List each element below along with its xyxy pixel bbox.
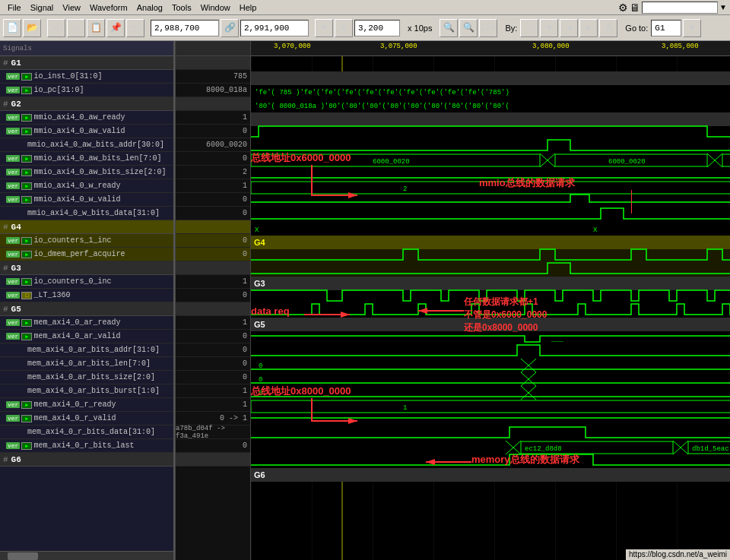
abc-button[interactable]: A [599,19,617,37]
svg-text:db1d_5eac: db1d_5eac [692,445,729,453]
status-url: https://blog.csdn.net/a_weimi [629,550,727,558]
signal-mem-r-bits-data[interactable]: mem_axi4_0_r_bits_data[31:0] [0,426,173,439]
undo-button[interactable]: ↩ [47,19,65,37]
value-mmio-aw-len: 0 [176,152,250,166]
menu-analog[interactable]: Analog [132,0,167,14]
value-mmio-w-ready: 1 [176,179,250,193]
signal-mem-ar-valid[interactable]: ver ▶ mem_axi4_0_ar_valid [0,330,173,343]
menu-signal[interactable]: Signal [26,0,59,14]
svg-rect-31 [251,236,730,249]
group-g6[interactable]: # G6 [0,453,173,467]
arrow-down-button[interactable]: ▼ [335,19,353,37]
signal-mem-ar-bits-size[interactable]: mem_axi4_0_ar_bits_size[2:0] [0,371,173,384]
new-button[interactable]: 📄 [3,19,21,37]
signal-hscroll[interactable] [0,551,173,560]
signal-mmio-aw-bits-addr[interactable]: mmio_axi4_0_aw_bits_addr[30:0] [0,138,173,152]
svg-text:0: 0 [259,376,262,384]
arrow-icon: ▶ [21,251,32,258]
signal-name: mem_axi4_0_r_bits_last [33,441,134,450]
group-g3[interactable]: # G3 [0,261,173,275]
arrow-icon: ▶ [21,182,32,190]
value-mmio-w-data: 0 [176,207,250,220]
signal-mmio-aw-bits-size[interactable]: ver ▶ mmio_axi4_0_aw_bits_size[2:0] [0,166,173,179]
svg-text:G4: G4 [254,238,266,247]
menu-tools[interactable]: Tools [167,0,196,14]
wave-area: 3,070,000 3,075,000 3,080,000 3,085,000 [251,41,730,560]
paste-button[interactable]: 📌 [106,19,125,37]
signal-mem-ar-bits-len[interactable]: mem_axi4_0_ar_bits_len[7:0] [0,357,173,371]
signal-dmem-perf[interactable]: ver ▶ io_dmem_perf_acquire [0,248,173,261]
signal-mem-ar-ready[interactable]: ver ▶ mem_axi4_0_ar_ready [0,316,173,330]
signal-counters-0[interactable]: ver ▶ io_counters_0_inc [0,275,173,289]
signal-name: io_counters_0_inc [33,277,111,286]
signal-mmio-w-valid[interactable]: ver ▶ mmio_axi4_0_w_valid [0,193,173,207]
goto-input[interactable] [651,20,681,36]
menu-window[interactable]: Window [196,0,235,14]
goto-label: Go to: [624,24,649,33]
flag-button[interactable]: ⚑ [315,19,333,37]
svg-rect-8 [251,112,730,126]
arrow-down-mode[interactable]: ▼ [540,19,558,37]
svg-text:2: 2 [403,185,407,193]
arrow-icon: ▶ [21,155,32,163]
value-header [176,41,250,56]
signal-mem-ar-bits-burst[interactable]: mem_axi4_0_ar_bits_burst[1:0] [0,384,173,398]
cursor-mode-button[interactable]: ↕ [520,19,538,37]
time-marker-3: 3,080,000 [532,43,570,50]
signal-name: mem_axi4_0_ar_bits_burst[1:0] [27,387,160,395]
prev-button[interactable]: ◀ [560,19,578,37]
wave-button[interactable]: 〜 [126,19,144,37]
zoom-100-button[interactable]: 100 [479,19,497,37]
copy-button[interactable]: 📋 [87,19,105,37]
signal-counters-1[interactable]: ver ▶ io_counters_1_inc [0,234,173,248]
svg-rect-34 [251,263,730,277]
menu-waveform[interactable]: Waveform [85,0,132,14]
ver-badge: ver [6,278,20,285]
open-button[interactable]: 📂 [23,19,41,37]
svg-rect-59 [251,413,730,427]
value-counters-1: 0 [176,234,250,248]
group-expand-icon: # [3,305,8,314]
signal-mmio-aw-ready[interactable]: ver ▶ mmio_axi4_0_aw_ready [0,111,173,125]
cursor-pos-input[interactable] [151,20,219,36]
signal-io-inst[interactable]: ver ▶ io_inst_0[31:0] [0,70,173,84]
signal-mem-r-ready[interactable]: ver ▶ mem_axi4_0_r_ready [0,398,173,412]
menu-file[interactable]: File [3,0,26,14]
signal-mem-r-valid[interactable]: ver ▶ mem_axi4_0_r_valid [0,412,173,426]
arrow-icon: ▶ [21,196,32,204]
value-mmio-aw-size: 2 [176,166,250,179]
svg-rect-26 [251,195,730,208]
svg-text:ec12_d8d8: ec12_d8d8 [525,445,562,453]
zoom-in-button[interactable]: 🔍 [459,19,478,37]
signal-mem-ar-bits-addr[interactable]: mem_axi4_0_ar_bits_addr[31:0] [0,343,173,357]
next-button[interactable]: ▶ [579,19,598,37]
cut-button[interactable]: ✂ [67,19,85,37]
group-g2[interactable]: # G2 [0,97,173,111]
signal-mmio-aw-valid[interactable]: ver ▶ mmio_axi4_0_aw_valid [0,125,173,138]
statusbar: https://blog.csdn.net/a_weimi [626,549,730,560]
signal-mmio-w-ready[interactable]: ver ▶ mmio_axi4_0_w_ready [0,179,173,193]
waveform-display[interactable]: 'fe'( 785 )'fe'('fe'('fe'('fe'('fe'('fe'… [251,56,730,560]
group-spacer [176,220,250,234]
zoom-val-input[interactable] [354,20,400,36]
link-button[interactable]: 🔗 [221,19,239,37]
signal-name: mmio_axi4_0_aw_valid [33,127,125,135]
group-g1[interactable]: # G1 [0,56,173,70]
signal-mmio-w-bits-data[interactable]: mmio_axi4_0_w_bits_data[31:0] [0,207,173,220]
signal-lt-1360[interactable]: ver □ _LT_1360 [0,289,173,302]
zoom-fit-button[interactable]: 🔍 [440,19,458,37]
cursor2-pos-input[interactable] [240,20,309,36]
signal-io-pc[interactable]: ver ▶ io_pc[31:0] [0,84,173,97]
search-input[interactable] [642,2,718,14]
group-g5[interactable]: # G5 [0,302,173,316]
group-g4[interactable]: # G4 [0,220,173,234]
value-mem-r-data: a78b_d04f -> f3a_491e [176,426,250,439]
signal-mem-r-bits-last[interactable]: ver ▶ mem_axi4_0_r_bits_last [0,439,173,453]
signal-mmio-aw-bits-len[interactable]: ver ▶ mmio_axi4_0_aw_bits_len[7:0] [0,152,173,166]
group-spacer [176,261,250,275]
goto-arrow[interactable]: ▼ [683,19,701,37]
signal-name: mem_axi4_0_ar_bits_size[2:0] [27,373,155,381]
group-g1-label: G1 [11,59,21,68]
menu-view[interactable]: View [58,0,85,14]
menu-help[interactable]: Help [235,0,262,14]
